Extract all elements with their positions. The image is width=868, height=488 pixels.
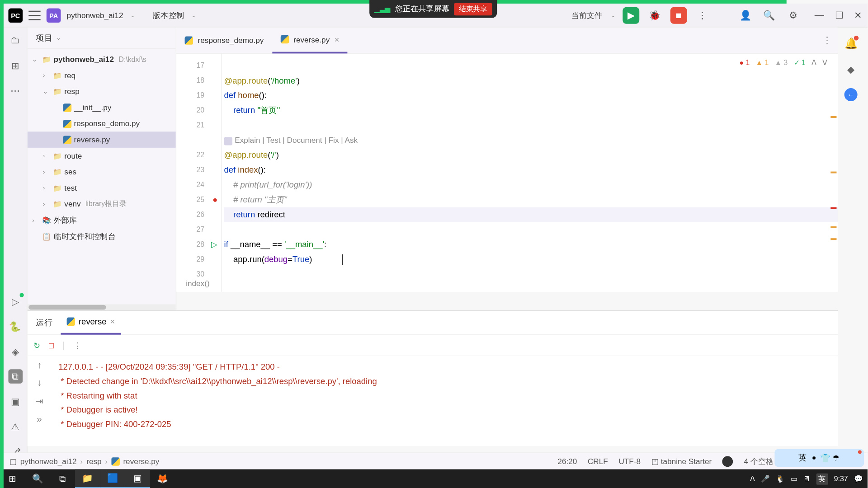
code-editor[interactable]: ● 1 ▲ 1 ▲ 3 ✓ 1 ᐱᐯ 1718192021 2223242526… bbox=[176, 54, 838, 292]
structure-tool-icon[interactable]: ⊞ bbox=[8, 58, 23, 73]
editor-tabs: response_demo.pyreverse.py× ⋮ bbox=[176, 28, 838, 54]
tree-item-ses[interactable]: ›ses bbox=[28, 164, 176, 180]
scroll-down-button[interactable]: ↓ bbox=[37, 378, 42, 389]
editor-tab-response_demo.py[interactable]: response_demo.py bbox=[176, 27, 272, 53]
terminal-tool-icon[interactable]: ▣ bbox=[8, 394, 23, 409]
tray-penguin-icon[interactable]: 🐧 bbox=[776, 474, 785, 483]
pycharm-taskbar-icon[interactable]: ▣ bbox=[125, 469, 150, 488]
run-config-selector[interactable]: 当前文件 bbox=[571, 10, 603, 21]
caret-position[interactable]: 26:20 bbox=[557, 457, 577, 466]
chevron-down-icon[interactable]: ⌄ bbox=[191, 12, 196, 18]
tray-battery-icon[interactable]: ▭ bbox=[791, 474, 797, 483]
close-button[interactable]: ✕ bbox=[854, 9, 862, 21]
vcs-menu[interactable]: 版本控制 bbox=[153, 10, 184, 21]
stop-share-button[interactable]: 结束共享 bbox=[454, 3, 492, 15]
ime-indicator[interactable]: 英 bbox=[816, 473, 828, 484]
code-line-28[interactable]: if __name__ == '__main__': bbox=[224, 237, 838, 252]
more-tool-icon[interactable]: ⋯ bbox=[8, 84, 23, 98]
run-button[interactable]: ▶ bbox=[623, 7, 639, 23]
project-tool-icon[interactable]: 🗀 bbox=[8, 33, 23, 48]
line-separator[interactable]: CRLF bbox=[588, 457, 608, 466]
tray-mic-icon[interactable]: 🎤 bbox=[761, 474, 770, 483]
task-view-button[interactable]: ⧉ bbox=[50, 469, 75, 488]
main-menu-button[interactable] bbox=[28, 10, 40, 20]
code-line-25[interactable]: # return "主页" bbox=[224, 192, 838, 207]
editor-tab-reverse.py[interactable]: reverse.py× bbox=[272, 27, 348, 53]
code-line-27[interactable] bbox=[224, 222, 838, 237]
ai-assistant-icon[interactable]: ◆ bbox=[844, 62, 858, 76]
tree-item-reverse.py[interactable]: reverse.py bbox=[28, 131, 176, 148]
indent-status[interactable]: 4 个空格 bbox=[744, 456, 774, 467]
code-line-26[interactable]: return redirect bbox=[224, 207, 838, 222]
settings-button[interactable]: ⚙ bbox=[785, 7, 802, 23]
firefox-taskbar-icon[interactable]: 🦊 bbox=[150, 469, 175, 488]
python-console-icon[interactable]: ⧉ bbox=[8, 369, 23, 384]
tabs-more-button[interactable]: ⋮ bbox=[822, 34, 838, 46]
scroll-up-button[interactable]: ↑ bbox=[37, 360, 42, 371]
rerun-button[interactable]: ↻ bbox=[33, 340, 41, 350]
python-packages-icon[interactable]: 🐍 bbox=[8, 319, 23, 333]
code-line-30[interactable] bbox=[224, 267, 838, 282]
project-name[interactable]: pythonweb_ai12 bbox=[67, 11, 123, 20]
run-config-tab[interactable]: reverse × bbox=[61, 310, 121, 334]
file-encoding[interactable]: UTF-8 bbox=[618, 457, 641, 466]
search-button[interactable]: 🔍 bbox=[25, 469, 50, 488]
error-stripe[interactable] bbox=[830, 54, 837, 292]
stop-button[interactable]: ■ bbox=[670, 7, 687, 23]
tree-item-venv[interactable]: ›venvlibrary根目录 bbox=[28, 196, 176, 212]
debug-button[interactable]: 🐞 bbox=[646, 7, 663, 23]
tabnine-status[interactable]: ◳ tabnine Starter bbox=[651, 457, 712, 466]
tree-root[interactable]: ⌄pythonweb_ai12D:\kdxf\s bbox=[28, 51, 176, 67]
tree-item-临时文件和控制台[interactable]: 临时文件和控制台 bbox=[28, 228, 176, 244]
tree-item-外部库[interactable]: ›外部库 bbox=[28, 212, 176, 228]
run-more-button[interactable]: ⋮ bbox=[73, 340, 81, 350]
code-line-23[interactable]: def index(): bbox=[224, 163, 838, 178]
project-panel-title[interactable]: 项目⌄ bbox=[28, 28, 176, 49]
chevron-down-icon[interactable]: ⌄ bbox=[130, 12, 135, 18]
tray-network-icon[interactable]: 🖥 bbox=[803, 474, 810, 483]
maximize-button[interactable]: ☐ bbox=[835, 9, 843, 21]
navigation-breadcrumb[interactable]: ▢pythonweb_ai12 ›resp ›reverse.py bbox=[4, 457, 160, 466]
ime-float-widget[interactable]: 英 ✦ 👕 ☂ bbox=[774, 449, 864, 467]
console-line: * Debugger PIN: 400-272-025 bbox=[58, 417, 838, 432]
code-line-29[interactable]: app.run(debug=True) bbox=[224, 252, 838, 267]
chevron-down-icon[interactable]: ⌄ bbox=[611, 12, 616, 18]
more-actions-button[interactable]: ⋮ bbox=[694, 7, 711, 23]
tree-item-__init__.py[interactable]: __init__.py bbox=[28, 99, 176, 116]
tree-horizontal-scrollbar[interactable] bbox=[28, 304, 176, 310]
minimize-button[interactable]: — bbox=[815, 9, 824, 21]
scroll-to-end-button[interactable]: » bbox=[37, 414, 42, 425]
console-output[interactable]: 127.0.0.1 - - [29/Oct/2024 09:35:39] "GE… bbox=[51, 356, 838, 446]
app-taskbar-icon[interactable]: 🟦 bbox=[100, 469, 125, 488]
tree-item-route[interactable]: ›route bbox=[28, 148, 176, 164]
code-with-me-icon[interactable]: 👤 bbox=[737, 7, 754, 23]
code-line-17[interactable] bbox=[224, 58, 838, 73]
copilot-icon[interactable] bbox=[722, 456, 733, 467]
tray-chevron-icon[interactable]: ᐱ bbox=[750, 474, 755, 483]
notifications-button[interactable]: 🔔 bbox=[844, 37, 858, 50]
tree-item-resp[interactable]: ⌄resp bbox=[28, 84, 176, 100]
code-line-20[interactable]: return "首页" bbox=[224, 103, 838, 118]
ai-hints[interactable]: Explain | Test | Document | Fix | Ask bbox=[224, 133, 838, 148]
code-line-18[interactable]: @app.route('/home') bbox=[224, 73, 838, 88]
code-line-19[interactable]: def home(): bbox=[224, 88, 838, 103]
run-tool-icon[interactable]: ▷ bbox=[8, 294, 23, 309]
tabnine-icon[interactable]: ← bbox=[844, 88, 858, 101]
problems-tool-icon[interactable]: ⚠ bbox=[8, 419, 23, 434]
editor-breadcrumb[interactable]: index() bbox=[186, 275, 209, 292]
stop-process-button[interactable]: □ bbox=[49, 340, 54, 350]
services-tool-icon[interactable]: ◈ bbox=[8, 344, 23, 359]
tree-item-req[interactable]: ›req bbox=[28, 67, 176, 84]
run-panel-title[interactable]: 运行 bbox=[28, 317, 61, 328]
start-button[interactable]: ⊞ bbox=[0, 469, 25, 488]
code-line-21[interactable] bbox=[224, 118, 838, 133]
search-everywhere-button[interactable]: 🔍 bbox=[761, 7, 778, 23]
code-line-24[interactable]: # print(url_for('login')) bbox=[224, 178, 838, 192]
tree-item-test[interactable]: ›test bbox=[28, 180, 176, 196]
code-line-22[interactable]: @app.route('/') bbox=[224, 148, 838, 163]
action-center-button[interactable]: 💬 bbox=[854, 474, 863, 483]
soft-wrap-button[interactable]: ⇥ bbox=[35, 395, 43, 407]
explorer-taskbar-icon[interactable]: 📁 bbox=[75, 469, 100, 488]
tree-item-response_demo.py[interactable]: response_demo.py bbox=[28, 116, 176, 132]
clock[interactable]: 9:37 bbox=[834, 474, 848, 483]
